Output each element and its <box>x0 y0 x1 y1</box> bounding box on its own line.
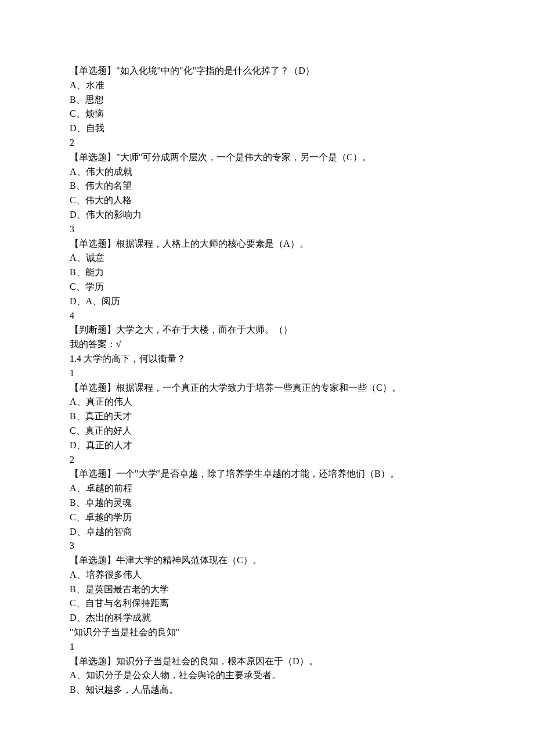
text-line: "知识分子当是社会的良知" <box>70 625 464 640</box>
text-line: D、真正的人才 <box>70 438 464 453</box>
text-line: 【单选题】根据课程，一个真正的大学致力于培养一些真正的专家和一些（C）。 <box>70 381 464 395</box>
text-line: A、真正的伟人 <box>70 395 464 409</box>
text-line: A、伟大的成就 <box>70 165 464 179</box>
text-line: 1 <box>70 640 464 654</box>
text-line: 3 <box>70 222 464 237</box>
text-line: 【单选题】"大师"可分成两个层次，一个是伟大的专家，另一个是（C）。 <box>70 150 464 165</box>
text-line: D、伟大的影响力 <box>70 208 464 222</box>
text-line: 我的答案：√ <box>70 337 464 352</box>
text-line: A、水准 <box>70 78 464 93</box>
text-line: A、培养很多伟人 <box>70 568 464 582</box>
text-line: B、思想 <box>70 93 464 107</box>
text-line: A、知识分子是公众人物，社会舆论的主要承受者。 <box>70 668 464 683</box>
text-line: B、知识越多，人品越高。 <box>70 683 464 697</box>
text-line: B、伟大的名望 <box>70 179 464 193</box>
text-line: 1.4 大学的高下，何以衡量？ <box>70 352 464 366</box>
text-line: D、杰出的科学成就 <box>70 611 464 625</box>
text-line: B、卓越的灵魂 <box>70 496 464 510</box>
text-line: 4 <box>70 309 464 323</box>
text-line: 1 <box>70 366 464 381</box>
text-line: 2 <box>70 453 464 467</box>
text-line: 【单选题】牛津大学的精神风范体现在（C）。 <box>70 553 464 568</box>
text-line: D、自我 <box>70 121 464 136</box>
text-line: 3 <box>70 539 464 553</box>
text-line: C、伟大的人格 <box>70 193 464 208</box>
text-line: B、能力 <box>70 265 464 280</box>
text-line: C、烦恼 <box>70 107 464 121</box>
text-line: 【判断题】大学之大，不在于大楼，而在于大师。（） <box>70 323 464 337</box>
text-line: A、诚意 <box>70 251 464 265</box>
text-line: D、卓越的智商 <box>70 525 464 539</box>
text-line: C、学历 <box>70 280 464 294</box>
text-line: C、卓越的学历 <box>70 510 464 525</box>
text-line: 【单选题】根据课程，人格上的大师的核心要素是（A）。 <box>70 237 464 251</box>
text-line: C、真正的好人 <box>70 424 464 438</box>
text-line: 【单选题】一个"大学"是否卓越，除了培养学生卓越的才能，还培养他们（B）。 <box>70 467 464 481</box>
text-line: A、卓越的前程 <box>70 481 464 496</box>
text-line: D、A、阅历 <box>70 294 464 309</box>
text-line: B、真正的天才 <box>70 409 464 424</box>
document-page: 【单选题】"如入化境"中的"化"字指的是什么化掉了？（D）A、水准B、思想C、烦… <box>0 0 534 732</box>
text-line: 【单选题】"如入化境"中的"化"字指的是什么化掉了？（D） <box>70 64 464 78</box>
text-line: 【单选题】知识分子当是社会的良知，根本原因在于（D）。 <box>70 654 464 669</box>
text-line: C、自甘与名利保持距离 <box>70 596 464 611</box>
text-line: B、是英国最古老的大学 <box>70 582 464 597</box>
text-line: 2 <box>70 136 464 150</box>
